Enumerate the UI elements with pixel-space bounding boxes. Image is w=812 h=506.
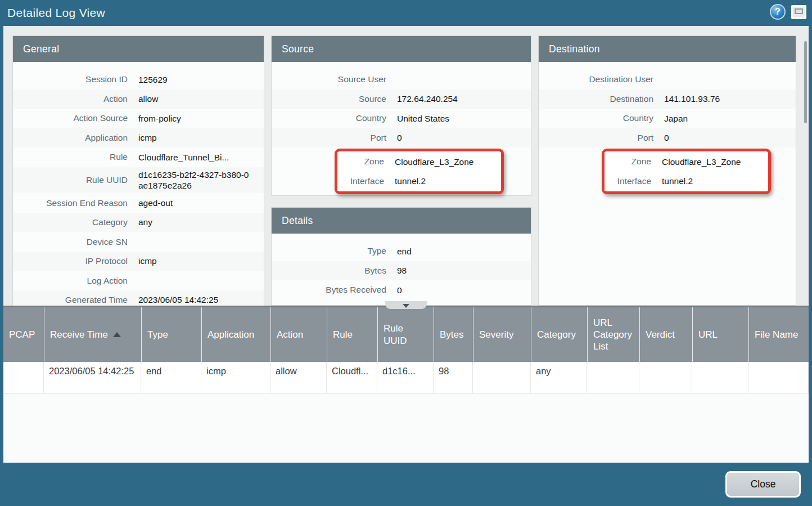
field-value: end	[397, 244, 412, 259]
row-application: Applicationicmp	[13, 128, 264, 148]
column-header-label: Verdict	[646, 329, 675, 341]
log-detail-area: General Session ID125629 Actionallow Act…	[3, 26, 809, 306]
popout-window-icon[interactable]	[791, 5, 806, 19]
row-destination: Destination141.101.93.76	[539, 89, 796, 109]
field-label: Action Source	[13, 113, 128, 123]
column-header-pcap[interactable]: PCAP	[3, 307, 44, 362]
cell-pcap	[3, 362, 44, 393]
chevron-down-icon	[403, 304, 409, 308]
panel-details: Details Typeend Bytes98 Bytes Received0	[271, 207, 531, 306]
field-label: Port	[539, 133, 653, 143]
page-title: Detailed Log View	[0, 6, 105, 20]
field-label: Action	[13, 94, 128, 104]
field-value: 125629	[138, 72, 168, 87]
row-action: Actionallow	[13, 89, 264, 109]
panel-general-header: General	[13, 36, 264, 62]
titlebar: Detailed Log View ?	[0, 0, 812, 26]
help-icon[interactable]: ?	[770, 4, 786, 20]
panel-source-header: Source	[272, 36, 531, 62]
column-header-bytes[interactable]: Bytes	[434, 307, 473, 362]
column-header-label: PCAP	[9, 329, 35, 341]
field-label: Zone	[605, 156, 651, 167]
panel-destination: Destination Destination User Destination…	[538, 35, 796, 306]
cell-rule: Cloudfl...	[327, 362, 377, 393]
column-header-url-category-list[interactable]: URL Category List	[587, 307, 639, 362]
column-header-action[interactable]: Action	[270, 307, 327, 362]
field-label: Interface	[605, 176, 651, 186]
row-destination-user: Destination User	[539, 70, 796, 89]
cell-bytes: 98	[434, 362, 473, 393]
cell-url-category-list	[587, 362, 639, 393]
panel-source-body: Source User Source172.64.240.254 Country…	[272, 62, 531, 194]
field-value: Cloudflare_Tunnel_Bi...	[138, 150, 229, 165]
row-source-user: Source User	[272, 70, 531, 89]
column-header-application[interactable]: Application	[201, 307, 270, 362]
field-label: Device SN	[13, 237, 128, 247]
panel-destination-header: Destination	[539, 36, 796, 62]
vertical-scrollbar-thumb[interactable]	[804, 41, 807, 123]
row-device-sn: Device SN	[13, 232, 264, 252]
panel-details-header: Details	[272, 208, 531, 234]
table-row[interactable]: 2023/06/05 14:42:25 end icmp allow Cloud…	[3, 362, 809, 393]
panel-general: General Session ID125629 Actionallow Act…	[12, 35, 264, 306]
column-header-rule[interactable]: Rule	[327, 307, 377, 362]
destination-zone-highlight-annotation: ZoneCloudflare_L3_Zone Interfacetunnel.2	[602, 149, 771, 194]
field-label: Zone	[337, 156, 384, 167]
field-label: Rule	[13, 152, 128, 162]
column-header-label: Rule UUID	[384, 323, 428, 347]
field-value: tunnel.2	[395, 173, 426, 189]
field-value: Japan	[664, 111, 688, 126]
panel-source: Source Source User Source172.64.240.254 …	[271, 35, 531, 196]
cell-severity	[473, 362, 531, 393]
row-log-action: Log Action	[13, 271, 264, 290]
field-value: 0	[664, 130, 669, 145]
field-value: d1c16235-b2f2-4327-b380-0ae1875e2a26	[138, 167, 250, 194]
column-header-label: Application	[207, 329, 254, 341]
field-label: Interface	[337, 176, 384, 186]
cell-application: icmp	[201, 362, 270, 393]
column-header-type[interactable]: Type	[141, 307, 201, 362]
cell-action: allow	[270, 362, 327, 393]
row-source: Source172.64.240.254	[272, 89, 531, 109]
column-header-severity[interactable]: Severity	[473, 307, 531, 362]
row-source-country: CountryUnited States	[272, 109, 531, 128]
field-label: Application	[13, 133, 128, 143]
cell-verdict	[639, 362, 692, 393]
field-label: Source User	[272, 74, 386, 84]
row-destination-country: CountryJapan	[539, 109, 796, 128]
field-label: Bytes Received	[272, 285, 386, 295]
field-value: tunnel.2	[662, 173, 693, 189]
cell-url	[692, 362, 748, 393]
column-header-verdict[interactable]: Verdict	[639, 307, 692, 362]
field-label: Type	[272, 246, 386, 256]
row-ip-protocol: IP Protocolicmp	[13, 252, 264, 271]
column-header-rule-uuid[interactable]: Rule UUID	[377, 307, 434, 362]
column-header-receive-time[interactable]: Receive Time	[44, 307, 141, 362]
column-header-file-name[interactable]: File Name	[748, 307, 809, 362]
row-category: Categoryany	[13, 213, 264, 232]
column-header-label: Receive Time	[50, 329, 108, 341]
splitter-handle[interactable]	[385, 301, 427, 309]
field-label: Source	[272, 94, 386, 104]
column-header-category[interactable]: Category	[531, 307, 587, 362]
field-value: United States	[397, 111, 449, 126]
field-value: aged-out	[138, 195, 173, 211]
field-label: Rule UUID	[13, 175, 128, 185]
row-source-zone: ZoneCloudflare_L3_Zone	[337, 152, 501, 172]
row-action-source: Action Sourcefrom-policy	[13, 109, 264, 128]
field-value: 141.101.93.76	[664, 91, 720, 106]
close-button[interactable]: Close	[725, 471, 801, 498]
field-label: Bytes	[272, 266, 386, 276]
field-label: Destination User	[539, 74, 653, 84]
column-header-url[interactable]: URL	[692, 307, 748, 362]
field-label: Log Action	[13, 276, 128, 286]
log-table-header: PCAP Receive Time Type Application Actio…	[3, 306, 809, 362]
field-value: Cloudflare_L3_Zone	[395, 154, 473, 169]
cell-receive-time: 2023/06/05 14:42:25	[44, 362, 141, 393]
field-value: 172.64.240.254	[397, 91, 458, 106]
row-source-interface: Interfacetunnel.2	[337, 172, 501, 191]
row-destination-zone: ZoneCloudflare_L3_Zone	[605, 152, 768, 172]
field-value: allow	[138, 91, 158, 106]
panel-details-body: Typeend Bytes98 Bytes Received0	[272, 234, 531, 300]
field-value: 2023/06/05 14:42:25	[138, 292, 218, 306]
